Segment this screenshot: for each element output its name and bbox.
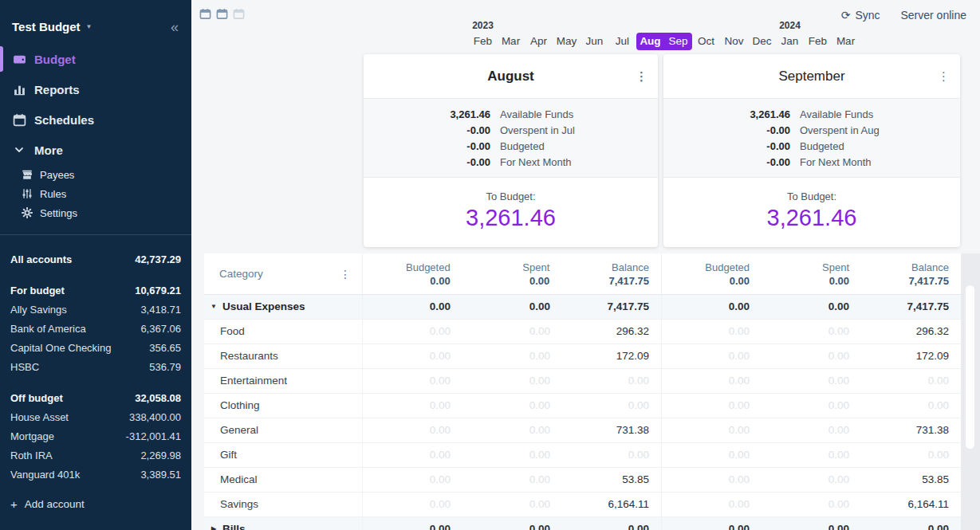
spent-cell-aug[interactable]: 0.00 <box>462 468 562 492</box>
balance-cell-sep[interactable]: 296.32 <box>861 320 961 344</box>
expand-caret-icon[interactable]: ▼ <box>209 295 218 319</box>
spent-cell-sep[interactable]: 0.00 <box>762 418 861 442</box>
category-cell[interactable]: Food <box>204 320 363 344</box>
column-header[interactable]: Spent 0.00 <box>762 261 861 294</box>
spent-cell-aug[interactable]: 0.00 <box>462 493 562 516</box>
budget-file-switcher[interactable]: Test Budget ▼ <box>12 20 92 33</box>
balance-cell-aug[interactable]: 6,164.11 <box>562 493 662 516</box>
spent-cell-aug[interactable]: 0.00 <box>462 295 562 319</box>
table-row[interactable]: Medical 0.00 0.00 53.85 0.00 0.00 53.85 <box>204 468 961 493</box>
budgeted-cell-aug[interactable]: 0.00 <box>363 295 462 319</box>
budgeted-cell-sep[interactable]: 0.00 <box>662 320 762 344</box>
month-nav-item[interactable]: Jan <box>776 33 804 50</box>
spent-cell-sep[interactable]: 0.00 <box>762 295 861 319</box>
month-nav-item[interactable]: Feb <box>469 33 497 50</box>
spent-cell-sep[interactable]: 0.00 <box>762 517 861 530</box>
sidebar-account[interactable]: Bank of America 6,367.06 <box>10 319 181 338</box>
category-cell[interactable]: ▼ Usual Expenses <box>204 295 363 319</box>
spent-cell-sep[interactable]: 0.00 <box>762 369 861 393</box>
month-nav-item[interactable]: Feb <box>804 33 832 50</box>
balance-cell-aug[interactable]: 172.09 <box>562 344 662 368</box>
month-nav-item[interactable]: Jun <box>581 33 608 50</box>
balance-cell-aug[interactable]: 296.32 <box>562 320 662 344</box>
sidebar-account[interactable]: Ally Savings 3,418.71 <box>10 300 181 319</box>
table-row[interactable]: Entertainment 0.00 0.00 0.00 0.00 0.00 0… <box>204 369 961 394</box>
sidebar-account[interactable]: Roth IRA 2,269.98 <box>10 446 181 465</box>
category-cell[interactable]: General <box>204 418 363 442</box>
two-month-view-icon[interactable] <box>216 8 228 20</box>
category-cell[interactable]: Gift <box>204 443 363 467</box>
sidebar-item-more[interactable]: More <box>0 135 191 165</box>
month-menu-kebab-icon[interactable]: ⋮ <box>938 54 950 98</box>
category-cell[interactable]: ▶ Bills <box>204 517 363 530</box>
to-budget-amount[interactable]: 3,261.46 <box>364 205 658 231</box>
sidebar-item-budget[interactable]: Budget <box>0 44 191 74</box>
spent-cell-aug[interactable]: 0.00 <box>462 344 562 368</box>
sidebar-item-schedules[interactable]: Schedules <box>0 104 191 135</box>
budgeted-cell-sep[interactable]: 0.00 <box>662 418 762 442</box>
spent-cell-aug[interactable]: 0.00 <box>462 369 562 393</box>
category-cell[interactable]: Clothing <box>204 394 363 418</box>
month-nav-item[interactable]: Apr <box>525 33 553 50</box>
month-nav-item[interactable]: Oct <box>692 33 720 50</box>
balance-cell-sep[interactable]: 0.00 <box>861 443 961 467</box>
balance-cell-sep[interactable]: 0.00 <box>861 517 961 530</box>
month-nav-item[interactable]: Aug <box>636 33 664 50</box>
three-month-view-icon[interactable] <box>233 8 245 20</box>
spent-cell-sep[interactable]: 0.00 <box>762 394 861 418</box>
month-nav-item[interactable]: Mar <box>497 33 525 50</box>
balance-cell-sep[interactable]: 0.00 <box>861 394 961 418</box>
category-cell[interactable]: Entertainment <box>204 369 363 393</box>
balance-cell-sep[interactable]: 731.38 <box>861 418 961 442</box>
budgeted-cell-aug[interactable]: 0.00 <box>363 443 462 467</box>
sidebar-item-payees[interactable]: Payees <box>0 165 191 184</box>
category-cell[interactable]: Savings <box>204 493 363 516</box>
budgeted-cell-sep[interactable]: 0.00 <box>662 394 762 418</box>
spent-cell-sep[interactable]: 0.00 <box>762 493 861 516</box>
spent-cell-sep[interactable]: 0.00 <box>762 344 861 368</box>
budgeted-cell-sep[interactable]: 0.00 <box>662 468 762 492</box>
budgeted-cell-aug[interactable]: 0.00 <box>363 418 462 442</box>
sidebar-account[interactable]: House Asset 338,400.00 <box>10 407 181 426</box>
sidebar-account[interactable]: Mortgage -312,001.41 <box>10 426 181 446</box>
scrollbar-track[interactable] <box>961 253 980 530</box>
balance-cell-sep[interactable]: 53.85 <box>861 468 961 492</box>
spent-cell-aug[interactable]: 0.00 <box>462 394 562 418</box>
budgeted-cell-aug[interactable]: 0.00 <box>363 493 462 516</box>
month-nav-item[interactable]: May <box>553 33 581 50</box>
balance-cell-sep[interactable]: 6,164.11 <box>861 493 961 516</box>
spent-cell-aug[interactable]: 0.00 <box>462 443 562 467</box>
budgeted-cell-sep[interactable]: 0.00 <box>662 295 762 319</box>
table-row[interactable]: ▶ Bills 0.00 0.00 0.00 0.00 0.00 0.00 <box>204 517 961 530</box>
scrollbar-thumb[interactable] <box>966 285 974 449</box>
month-nav-item[interactable]: Nov <box>720 33 748 50</box>
off-budget-row[interactable]: Off budget 32,058.08 <box>10 388 181 407</box>
month-menu-kebab-icon[interactable]: ⋮ <box>636 54 647 98</box>
column-header[interactable]: Spent 0.00 <box>462 261 562 294</box>
table-row[interactable]: Savings 0.00 0.00 6,164.11 0.00 0.00 6,1… <box>204 493 961 517</box>
sidebar-item-rules[interactable]: Rules <box>0 184 191 203</box>
spent-cell-aug[interactable]: 0.00 <box>462 320 562 344</box>
month-nav-item[interactable]: Sep <box>664 33 692 50</box>
sidebar-account[interactable]: HSBC 536.79 <box>10 357 181 376</box>
expand-caret-icon[interactable]: ▶ <box>209 517 218 530</box>
spent-cell-sep[interactable]: 0.00 <box>762 320 861 344</box>
add-account-button[interactable]: + Add account <box>10 494 181 513</box>
to-budget-amount[interactable]: 3,261.46 <box>663 205 960 231</box>
budgeted-cell-sep[interactable]: 0.00 <box>662 493 762 516</box>
category-cell[interactable]: Medical <box>204 468 363 492</box>
budgeted-cell-sep[interactable]: 0.00 <box>662 517 762 530</box>
budgeted-cell-aug[interactable]: 0.00 <box>363 320 462 344</box>
column-header[interactable]: Budgeted 0.00 <box>662 261 762 294</box>
sidebar-item-reports[interactable]: Reports <box>0 74 191 104</box>
budgeted-cell-aug[interactable]: 0.00 <box>363 394 462 418</box>
table-row[interactable]: General 0.00 0.00 731.38 0.00 0.00 731.3… <box>204 418 961 443</box>
budgeted-cell-aug[interactable]: 0.00 <box>363 468 462 492</box>
all-accounts-row[interactable]: All accounts 42,737.29 <box>10 249 181 269</box>
sync-button[interactable]: ⟳ Sync <box>841 9 880 22</box>
balance-cell-sep[interactable]: 0.00 <box>861 369 961 393</box>
column-header[interactable]: Budgeted 0.00 <box>363 261 462 294</box>
month-nav-item[interactable]: Mar <box>832 33 860 50</box>
budgeted-cell-sep[interactable]: 0.00 <box>662 369 762 393</box>
month-nav-item[interactable]: Dec <box>748 33 776 50</box>
